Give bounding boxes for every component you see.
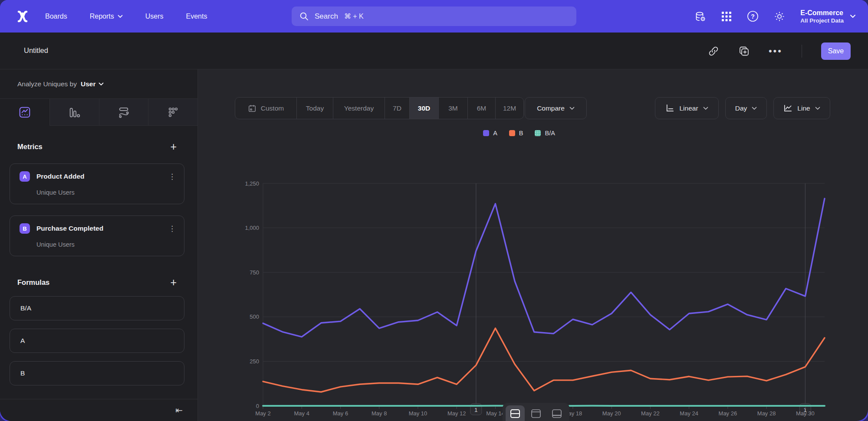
project-selector[interactable]: E-Commerce All Project Data bbox=[800, 9, 856, 24]
date-range-7d[interactable]: 7D bbox=[385, 98, 409, 119]
x-axis-tick-label: May 6 bbox=[333, 410, 348, 417]
help-icon[interactable]: ? bbox=[747, 10, 759, 22]
chart-view-icon bbox=[531, 409, 541, 418]
series-line-a[interactable] bbox=[263, 199, 825, 337]
legend-label: A bbox=[493, 130, 497, 137]
formula-card[interactable]: A bbox=[10, 329, 184, 353]
report-title[interactable]: Untitled bbox=[24, 46, 48, 55]
x-axis-tick-label: May 28 bbox=[757, 410, 776, 417]
compare-button[interactable]: Compare bbox=[525, 97, 587, 119]
project-name: E-Commerce bbox=[800, 9, 844, 17]
chevron-down-icon bbox=[118, 15, 123, 18]
nav-item-reports[interactable]: Reports bbox=[90, 13, 123, 20]
chevron-down-icon bbox=[703, 107, 708, 110]
add-metric-button[interactable]: + bbox=[170, 141, 177, 152]
formula-card[interactable]: B bbox=[10, 361, 184, 385]
flows-icon bbox=[118, 106, 130, 118]
metric-subtitle: Unique Users bbox=[36, 241, 176, 248]
svg-text:?: ? bbox=[751, 13, 755, 20]
view-chart-only-button[interactable] bbox=[526, 405, 546, 421]
date-range-6m[interactable]: 6M bbox=[467, 98, 495, 119]
date-range-control: CustomTodayYesterday7D30D3M6M12M bbox=[235, 97, 524, 119]
linear-axis-icon bbox=[665, 104, 674, 113]
split-view-icon bbox=[510, 409, 520, 418]
series-line-b[interactable] bbox=[263, 328, 825, 392]
y-axis-tick-label: 0 bbox=[256, 403, 259, 409]
tab-retention[interactable] bbox=[148, 99, 197, 126]
search-input[interactable]: Search ⌘ + K bbox=[292, 7, 576, 26]
search-placeholder: Search bbox=[315, 12, 338, 21]
sidebar-tabs bbox=[0, 99, 197, 126]
nav-item-boards[interactable]: Boards bbox=[45, 13, 67, 20]
chart-legend: ABB/A bbox=[228, 130, 810, 137]
metric-card[interactable]: A Product Added ⋮ Unique Users bbox=[10, 163, 184, 204]
query-sidebar: Analyze Uniques by User bbox=[0, 69, 198, 421]
save-button[interactable]: Save bbox=[821, 42, 851, 60]
x-axis-tick-label: May 26 bbox=[719, 410, 737, 417]
y-axis-tick-label: 1,000 bbox=[245, 225, 259, 231]
tab-funnels[interactable] bbox=[49, 99, 99, 126]
date-range-today[interactable]: Today bbox=[296, 98, 333, 119]
mixpanel-logo-icon[interactable] bbox=[16, 10, 30, 23]
data-management-icon[interactable] bbox=[694, 10, 706, 23]
settings-gear-icon[interactable] bbox=[773, 10, 786, 23]
chevron-down-icon bbox=[752, 107, 757, 110]
nav-menu: BoardsReportsUsersEvents bbox=[45, 0, 207, 33]
x-axis-tick-label: May 4 bbox=[294, 410, 309, 417]
date-range-30d[interactable]: 30D bbox=[409, 98, 438, 119]
kebab-menu-icon[interactable]: ⋮ bbox=[168, 224, 176, 233]
date-range-custom[interactable]: Custom bbox=[235, 98, 296, 119]
sidebar-footer: ⇤ bbox=[0, 399, 197, 421]
legend-item-b[interactable]: B bbox=[509, 130, 523, 137]
formulas-title: Formulas bbox=[17, 278, 49, 287]
interval-selector[interactable]: Day bbox=[725, 97, 767, 119]
legend-item-b-a[interactable]: B/A bbox=[535, 130, 555, 137]
x-axis-tick-label: May 22 bbox=[641, 410, 660, 417]
metric-card[interactable]: B Purchase Completed ⋮ Unique Users bbox=[10, 215, 184, 256]
legend-item-a[interactable]: A bbox=[483, 130, 497, 137]
formula-label: A bbox=[20, 337, 25, 345]
line-chart[interactable]: 02505007501,0001,25011May 2May 4May 6May… bbox=[243, 143, 833, 421]
app-window: BoardsReportsUsersEvents Search ⌘ + K bbox=[0, 0, 868, 421]
retention-dots-icon bbox=[167, 106, 179, 118]
y-axis-tick-label: 1,250 bbox=[245, 180, 259, 187]
insights-chart-icon bbox=[18, 106, 31, 119]
analyze-label: Analyze Uniques by bbox=[17, 80, 77, 88]
annotation-badge-label: 1 bbox=[474, 407, 478, 413]
copy-link-icon[interactable] bbox=[708, 46, 719, 57]
collapse-sidebar-icon[interactable]: ⇤ bbox=[175, 405, 183, 415]
duplicate-icon[interactable] bbox=[738, 46, 750, 57]
nav-item-events[interactable]: Events bbox=[186, 13, 207, 20]
date-range-yesterday[interactable]: Yesterday bbox=[333, 98, 385, 119]
legend-swatch bbox=[535, 130, 541, 136]
formula-card[interactable]: B/A bbox=[10, 296, 184, 320]
tab-flows[interactable] bbox=[99, 99, 148, 126]
nav-item-users[interactable]: Users bbox=[145, 13, 164, 20]
apps-grid-icon[interactable] bbox=[721, 11, 732, 22]
legend-label: B/A bbox=[545, 130, 555, 137]
view-table-only-button[interactable] bbox=[547, 405, 566, 421]
more-options-icon[interactable]: ••• bbox=[769, 46, 783, 57]
metric-badge: B bbox=[20, 223, 30, 234]
chevron-down-icon bbox=[850, 14, 856, 18]
view-split-button[interactable] bbox=[506, 405, 525, 421]
add-formula-button[interactable]: + bbox=[170, 277, 177, 288]
y-axis-tick-label: 250 bbox=[250, 358, 259, 365]
scale-selector[interactable]: Linear bbox=[655, 97, 719, 119]
metrics-list: A Product Added ⋮ Unique Users B Purchas… bbox=[0, 163, 197, 256]
x-axis-tick-label: May 8 bbox=[372, 410, 387, 417]
legend-label: B bbox=[519, 130, 523, 137]
kebab-menu-icon[interactable]: ⋮ bbox=[168, 172, 176, 181]
report-title-bar: Untitled ••• Save bbox=[0, 33, 868, 69]
x-axis-tick-label: May 30 bbox=[796, 410, 815, 417]
date-range-3m[interactable]: 3M bbox=[438, 98, 467, 119]
analyze-by-selector[interactable]: User bbox=[81, 80, 104, 88]
chevron-down-icon bbox=[99, 82, 104, 86]
chart-type-selector[interactable]: Line bbox=[773, 97, 830, 119]
tab-insights[interactable] bbox=[0, 99, 49, 126]
metrics-title: Metrics bbox=[17, 143, 43, 151]
x-axis-tick-label: May 12 bbox=[447, 410, 466, 417]
date-range-12m[interactable]: 12M bbox=[495, 98, 523, 119]
nav-right-cluster: ? E-Commerce All Project Data bbox=[694, 0, 856, 33]
formula-label: B/A bbox=[20, 304, 31, 312]
